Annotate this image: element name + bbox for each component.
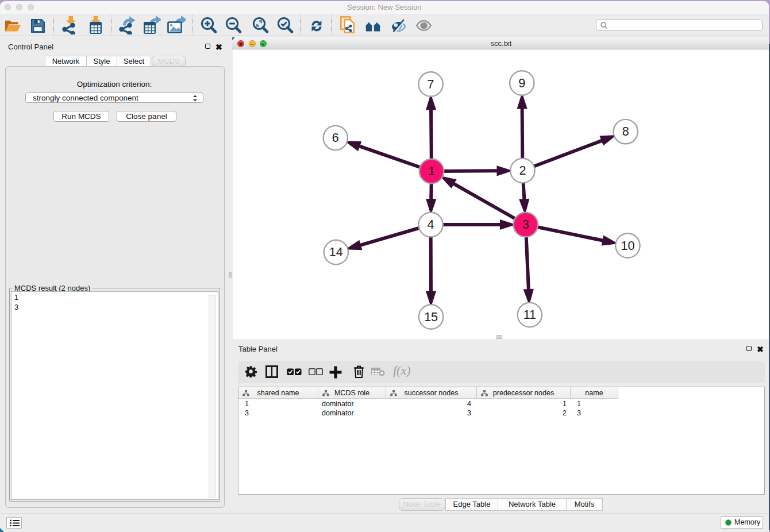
svg-text:6: 6 bbox=[332, 131, 338, 145]
svg-text:4: 4 bbox=[427, 218, 434, 232]
svg-text:15: 15 bbox=[424, 310, 438, 324]
svg-text:8: 8 bbox=[622, 125, 629, 138]
svg-text:14: 14 bbox=[329, 245, 342, 259]
svg-text:1: 1 bbox=[428, 164, 435, 178]
svg-text:10: 10 bbox=[621, 239, 634, 253]
svg-text:7: 7 bbox=[427, 78, 434, 91]
svg-text:11: 11 bbox=[523, 308, 536, 322]
svg-text:2: 2 bbox=[519, 164, 526, 178]
svg-text:3: 3 bbox=[522, 218, 529, 232]
svg-text:9: 9 bbox=[518, 76, 525, 90]
